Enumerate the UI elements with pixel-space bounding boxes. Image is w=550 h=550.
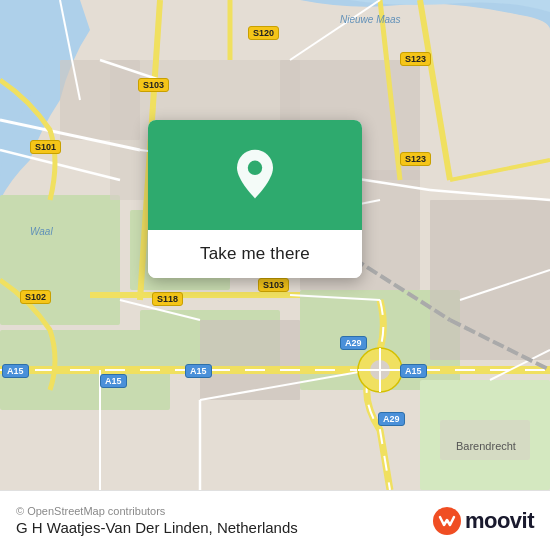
svg-rect-10	[60, 60, 140, 140]
water-label-nieuwe-maas: Nieuwe Maas	[340, 14, 401, 25]
road-badge-s103a: S103	[138, 78, 169, 92]
svg-rect-11	[200, 320, 300, 400]
road-badge-s123a: S123	[400, 52, 431, 66]
attribution-text: © OpenStreetMap contributors	[16, 505, 298, 517]
road-badge-a29b: A29	[378, 412, 405, 426]
road-badge-a15c: A15	[185, 364, 212, 378]
location-pin-icon	[228, 148, 282, 202]
area-label-barendrecht: Barendrecht	[456, 440, 516, 452]
water-label-waal: Waal	[30, 226, 53, 237]
road-badge-s120: S120	[248, 26, 279, 40]
road-badge-s102: S102	[20, 290, 51, 304]
bottom-bar: © OpenStreetMap contributors G H Waatjes…	[0, 490, 550, 550]
road-badge-a29a: A29	[340, 336, 367, 350]
moovit-logo-icon	[433, 507, 461, 535]
road-badge-a15a: A15	[2, 364, 29, 378]
map-container: S101 S102 S103 S103 S118 S120 S123 S123 …	[0, 0, 550, 490]
road-badge-s118: S118	[152, 292, 183, 306]
take-me-there-button[interactable]: Take me there	[148, 230, 362, 278]
svg-point-45	[248, 161, 262, 175]
moovit-label: moovit	[465, 508, 534, 534]
popup-card: Take me there	[148, 120, 362, 278]
popup-green-area	[148, 120, 362, 230]
place-name-text: G H Waatjes-Van Der Linden, Netherlands	[16, 519, 298, 536]
road-badge-a15d: A15	[400, 364, 427, 378]
road-badge-s123b: S123	[400, 152, 431, 166]
road-badge-a15b: A15	[100, 374, 127, 388]
moovit-logo: moovit	[433, 507, 534, 535]
svg-rect-12	[430, 200, 550, 360]
road-badge-s103b: S103	[258, 278, 289, 292]
road-badge-s101: S101	[30, 140, 61, 154]
bottom-left-info: © OpenStreetMap contributors G H Waatjes…	[16, 505, 298, 536]
svg-rect-1	[0, 195, 120, 325]
